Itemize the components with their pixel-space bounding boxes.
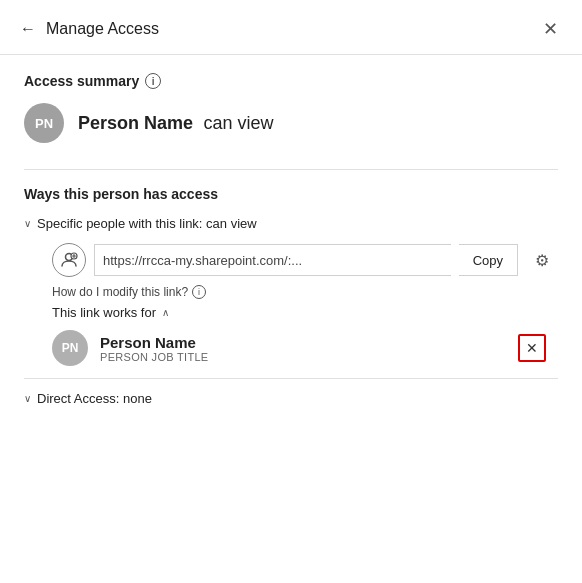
modify-info-icon[interactable]: i (192, 285, 206, 299)
manage-access-dialog: ← Manage Access ✕ Access summary i PN Pe… (0, 0, 582, 583)
works-for-row[interactable]: This link works for ∧ (52, 305, 558, 320)
access-summary-row: PN Person Name can view (24, 103, 558, 161)
specific-link-section: ∨ Specific people with this link: can vi… (24, 216, 558, 366)
person-avatar: PN (52, 330, 88, 366)
modify-link-row: How do I modify this link? i (52, 285, 558, 299)
person-row-name: Person Name (100, 334, 506, 351)
dialog-header: ← Manage Access ✕ (0, 0, 582, 54)
person-row: PN Person Name PERSON JOB TITLE ✕ (52, 330, 558, 366)
access-summary-label: Access summary (24, 73, 139, 89)
ways-section-title: Ways this person has access (24, 186, 558, 202)
dialog-title: Manage Access (46, 20, 159, 38)
back-button[interactable]: ← (20, 20, 36, 38)
link-row: Copy ⚙ (52, 243, 558, 277)
access-level: can view (204, 113, 274, 133)
remove-person-button[interactable]: ✕ (518, 334, 546, 362)
gear-icon: ⚙ (535, 251, 549, 270)
dialog-content: Access summary i PN Person Name can view… (0, 55, 582, 583)
access-summary-person: Person Name can view (78, 113, 274, 134)
avatar: PN (24, 103, 64, 143)
access-summary-header: Access summary i (24, 73, 558, 89)
section-divider (24, 169, 558, 170)
close-button[interactable]: ✕ (543, 18, 558, 40)
header-left: ← Manage Access (20, 20, 159, 38)
person-row-title: PERSON JOB TITLE (100, 351, 506, 363)
specific-link-label: Specific people with this link: can view (37, 216, 257, 231)
section-divider-2 (24, 378, 558, 379)
specific-link-collapse-row[interactable]: ∨ Specific people with this link: can vi… (24, 216, 558, 231)
person-link-icon (52, 243, 86, 277)
direct-access-label: Direct Access: none (37, 391, 152, 406)
access-summary-info-icon[interactable]: i (145, 73, 161, 89)
works-for-text: This link works for (52, 305, 156, 320)
collapse-icon: ∨ (24, 218, 31, 229)
remove-icon: ✕ (526, 340, 538, 356)
works-for-chevron-icon: ∧ (162, 307, 169, 318)
access-person-name: Person Name (78, 113, 193, 133)
person-info: Person Name PERSON JOB TITLE (100, 334, 506, 363)
link-input[interactable] (94, 244, 451, 276)
direct-access-collapse-icon: ∨ (24, 393, 31, 404)
direct-access-row[interactable]: ∨ Direct Access: none (24, 391, 558, 406)
copy-button[interactable]: Copy (459, 244, 518, 276)
modify-link-text: How do I modify this link? (52, 285, 188, 299)
gear-button[interactable]: ⚙ (526, 244, 558, 276)
